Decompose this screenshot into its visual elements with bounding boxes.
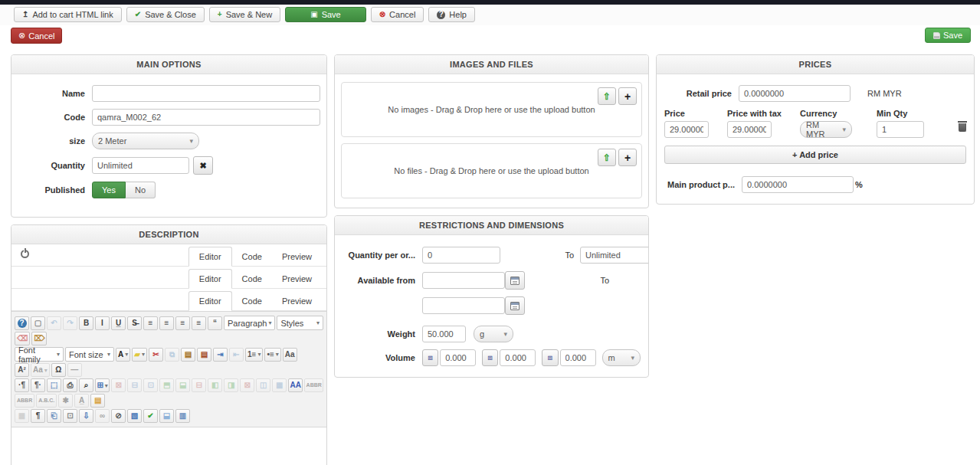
- new-document-icon[interactable]: ▢: [31, 316, 45, 330]
- price-with-tax-input[interactable]: [727, 121, 772, 138]
- visual-chars-icon[interactable]: ·¶: [15, 378, 29, 392]
- min-qty-input[interactable]: [877, 121, 924, 138]
- ordered-list-icon[interactable]: 1≡▾: [245, 348, 263, 362]
- strikethrough-icon[interactable]: S̶: [127, 316, 142, 330]
- retail-price-input[interactable]: [739, 85, 851, 102]
- tab-editor-3[interactable]: Editor: [188, 291, 232, 311]
- cancel-button[interactable]: ⊗ Cancel: [371, 7, 424, 22]
- template-icon[interactable]: ▤: [90, 394, 105, 408]
- price-input[interactable]: [664, 121, 709, 138]
- tab-editor-1[interactable]: Editor: [188, 247, 232, 267]
- available-to-input[interactable]: [422, 297, 505, 314]
- main-product-price-input[interactable]: [742, 176, 854, 193]
- italic-icon[interactable]: I: [95, 316, 110, 330]
- images-dropzone[interactable]: No images - Drag & Drop here or use the …: [341, 82, 642, 137]
- font-size-select[interactable]: Font size▾: [65, 347, 114, 362]
- case-change-icon[interactable]: Aa: [283, 348, 297, 362]
- editor-content-area[interactable]: [11, 427, 326, 465]
- save-icon: ▣: [310, 11, 317, 18]
- visual-blocks-icon[interactable]: ¶·: [31, 378, 45, 392]
- highlight-color-icon[interactable]: ▰▾: [132, 348, 147, 362]
- quantity-input[interactable]: [92, 157, 189, 174]
- weight-input[interactable]: [422, 326, 466, 342]
- add-to-cart-html-link-button[interactable]: ↥ Add to cart HTML link: [14, 7, 122, 22]
- image-upload-button[interactable]: ⇧: [598, 87, 616, 105]
- tab-code-1[interactable]: Code: [232, 247, 272, 266]
- tab-preview-1[interactable]: Preview: [272, 247, 322, 266]
- volume-length-input[interactable]: [440, 349, 476, 366]
- bold-icon[interactable]: B: [79, 316, 93, 330]
- cancel-red-button[interactable]: ⊗ Cancel: [11, 28, 62, 44]
- superscript-icon[interactable]: A²: [15, 363, 29, 377]
- delete-price-button[interactable]: [959, 123, 966, 138]
- quantity-per-order-from-input[interactable]: [422, 247, 500, 264]
- align-justify-icon[interactable]: ≡: [192, 316, 206, 330]
- cut-icon[interactable]: ✂: [149, 348, 163, 362]
- tab-editor-2[interactable]: Editor: [188, 269, 232, 289]
- size-select[interactable]: 2 Meter ▾: [92, 133, 199, 149]
- save-close-button[interactable]: ✔ Save & Close: [126, 7, 205, 22]
- print-icon[interactable]: ⎙: [63, 378, 77, 392]
- volume-unit-select[interactable]: m ▾: [602, 349, 641, 366]
- paste-icon[interactable]: ▤: [181, 348, 195, 362]
- code-input[interactable]: [92, 109, 320, 126]
- save-button[interactable]: ▣ Save: [285, 7, 366, 22]
- name-input[interactable]: [92, 85, 320, 102]
- tab-code-3[interactable]: Code: [232, 292, 272, 310]
- weight-unit-select[interactable]: g ▾: [474, 326, 513, 342]
- media-icon[interactable]: ▧: [127, 409, 142, 423]
- tab-preview-3[interactable]: Preview: [272, 292, 322, 310]
- split-layout-icon[interactable]: ⬓: [159, 409, 174, 423]
- files-dropzone[interactable]: No files - Drag & Drop here or use the u…: [341, 143, 642, 198]
- paste-word-icon[interactable]: ▤: [197, 348, 211, 362]
- weight-unit-value: g: [480, 329, 484, 339]
- volume-height-input[interactable]: [560, 349, 596, 366]
- published-yes-button[interactable]: Yes: [92, 182, 126, 198]
- tab-code-2[interactable]: Code: [232, 270, 272, 288]
- remove-format-icon[interactable]: ⌫: [15, 332, 30, 345]
- directionality-icon[interactable]: AA: [288, 378, 303, 392]
- align-right-icon[interactable]: ≡: [175, 316, 190, 330]
- file-add-button[interactable]: +: [618, 149, 637, 166]
- volume-width-input[interactable]: [500, 349, 536, 366]
- styles-select[interactable]: Styles▾: [277, 316, 323, 330]
- find-replace-icon[interactable]: ⌕: [79, 378, 93, 392]
- spellcheck-icon[interactable]: ✔: [143, 409, 158, 423]
- save-new-button[interactable]: + Save & New: [209, 7, 280, 22]
- special-character-icon[interactable]: Ω: [51, 363, 66, 377]
- unlink-icon[interactable]: ⊘: [111, 409, 126, 423]
- available-from-input[interactable]: [422, 272, 505, 289]
- font-family-select[interactable]: Font family▾: [15, 347, 64, 362]
- save-green-button[interactable]: Save: [925, 28, 971, 43]
- help-button[interactable]: ? Help: [428, 7, 475, 22]
- fullscreen-icon[interactable]: ⬚: [47, 378, 61, 392]
- published-no-button[interactable]: No: [126, 182, 156, 198]
- horizontal-rule-icon: —: [67, 363, 82, 377]
- paragraph-icon[interactable]: ¶: [31, 409, 45, 423]
- image-placeholder-icon[interactable]: ⊡: [63, 409, 77, 423]
- insert-table-icon[interactable]: ⊞▾: [95, 378, 110, 392]
- anchor-icon[interactable]: ⇩: [79, 409, 93, 423]
- image-add-button[interactable]: +: [618, 87, 637, 105]
- available-to-calendar-button[interactable]: [505, 296, 525, 315]
- indent-icon[interactable]: ⇥: [213, 348, 228, 362]
- bullet-list-icon[interactable]: •≡▾: [264, 348, 280, 362]
- underline-icon[interactable]: U̲: [111, 316, 126, 330]
- tab-preview-2[interactable]: Preview: [272, 270, 322, 288]
- currency-select[interactable]: RM MYR ▾: [800, 121, 852, 138]
- add-price-button[interactable]: + Add price: [664, 146, 966, 164]
- quantity-per-order-to-input[interactable]: [580, 247, 649, 264]
- file-upload-button[interactable]: ⇧: [598, 149, 616, 166]
- cleanup-icon[interactable]: ⌦: [31, 332, 47, 345]
- power-icon[interactable]: [21, 250, 29, 258]
- quantity-clear-button[interactable]: ✖: [193, 156, 213, 175]
- blockquote-icon[interactable]: “: [208, 316, 222, 330]
- align-center-icon[interactable]: ≡: [159, 316, 174, 330]
- align-left-icon[interactable]: ≡: [143, 316, 158, 330]
- help-icon[interactable]: ?: [15, 316, 29, 330]
- text-color-icon[interactable]: A▾: [116, 348, 130, 362]
- available-from-calendar-button[interactable]: [505, 271, 525, 290]
- iframe-icon[interactable]: ▥: [175, 409, 190, 423]
- page-preview-icon[interactable]: ⎗: [47, 409, 61, 423]
- paragraph-format-select[interactable]: Paragraph▾: [224, 316, 275, 330]
